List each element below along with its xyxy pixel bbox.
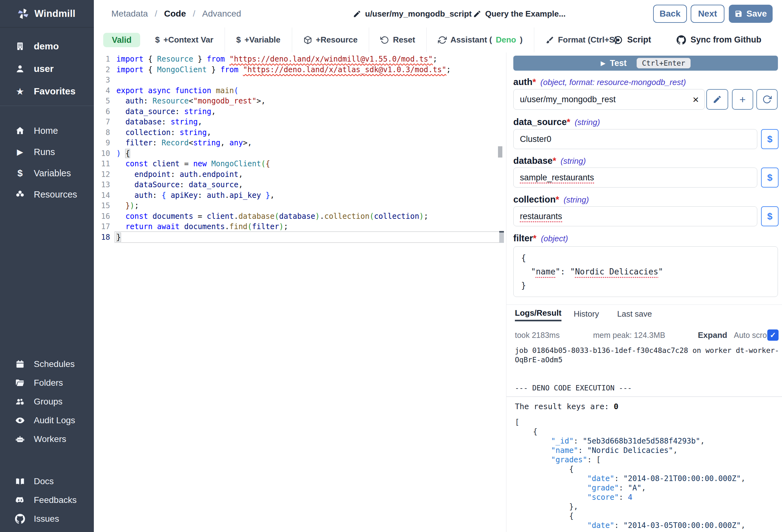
github-icon	[677, 35, 686, 45]
filter-json-line: "name": "Nordic Delicacies"	[521, 265, 770, 278]
auto-scroll-checkbox[interactable]: ✓	[767, 330, 779, 341]
run-meta-row: took 2183ms mem peak: 124.3MB Expand Aut…	[506, 329, 782, 341]
line-number: 1	[94, 54, 110, 64]
data-source-input[interactable]: Cluster0	[513, 129, 757, 149]
home-icon	[14, 125, 26, 136]
code-line: endpoint: auth.endpoint,	[116, 169, 243, 180]
test-button[interactable]: ▶ Test Ctrl+Enter	[513, 55, 778, 71]
next-button[interactable]: Next	[691, 5, 724, 23]
code-line: filter: Record<string, any>,	[116, 138, 252, 148]
code-line: data_source: string,	[116, 106, 216, 117]
sidebar-item-schedules[interactable]: Schedules	[0, 355, 94, 374]
breadcrumb-item-advanced[interactable]: Advanced	[202, 9, 241, 19]
toolbar-button-context-var[interactable]: $+Context Var	[144, 28, 224, 52]
memory-peak: mem peak: 124.3MB	[593, 329, 665, 341]
edit-resource-button[interactable]	[706, 89, 728, 110]
robot-icon	[14, 433, 26, 445]
eye-icon	[14, 415, 26, 426]
toolbar-right-label: Sync from Github	[690, 35, 761, 45]
line-number: 6	[94, 106, 110, 117]
play-icon: ▶	[601, 60, 605, 67]
sidebar-item-label: Issues	[34, 514, 59, 524]
insert-variable-button[interactable]: $	[761, 129, 779, 149]
sidebar-item-favorites[interactable]: ★Favorites	[0, 80, 94, 103]
toolbar-script-button[interactable]: Script	[611, 35, 653, 45]
toolbar-button-assistant[interactable]: Assistant (Deno)	[427, 28, 534, 52]
sidebar-item-label: user	[34, 64, 54, 74]
collection-input[interactable]: restaurants	[513, 206, 757, 226]
toolbar-button-label: +Resource	[316, 35, 358, 45]
toolbar-right-label: Script	[627, 35, 651, 45]
tab-history[interactable]: History	[574, 306, 599, 321]
sidebar-item-feedbacks[interactable]: Feedbacks	[0, 491, 94, 509]
result-json-line: "score": 4	[515, 493, 780, 502]
breadcrumb-item-code[interactable]: Code	[164, 9, 186, 19]
field-row-data-source: Cluster0 $	[513, 129, 778, 149]
tab-logs-result[interactable]: Logs/Result	[515, 306, 562, 321]
line-number: 18	[94, 232, 110, 242]
back-button[interactable]: Back	[653, 5, 687, 23]
result-json: [ { "_id": "5eb3d668b31de5d588f4293b", "…	[515, 418, 780, 530]
code-line: auth: { apiKey: auth.api_key },	[116, 190, 275, 201]
breadcrumb-separator: /	[155, 9, 157, 19]
script-summary-text: Query the Example...	[485, 9, 566, 19]
line-number: 7	[94, 117, 110, 127]
breadcrumb-item-metadata[interactable]: Metadata	[111, 9, 148, 19]
sidebar-item-folders[interactable]: Folders	[0, 374, 94, 392]
sidebar-divider	[0, 106, 94, 106]
auth-resource-input[interactable]: u/user/my_mongodb_rest ×	[513, 89, 705, 110]
test-label: Test	[610, 59, 627, 68]
refresh-resource-button[interactable]	[756, 89, 778, 110]
sidebar-item-runs[interactable]: ▶Runs	[0, 141, 94, 162]
sidebar-item-resources[interactable]: Resources	[0, 184, 94, 205]
toolbar-button-reset[interactable]: Reset	[369, 28, 426, 52]
script-path[interactable]: u/user/my_mongodb_script	[353, 0, 472, 28]
sidebar-item-demo[interactable]: demo	[0, 35, 94, 58]
groups-icon	[14, 396, 26, 407]
add-resource-button[interactable]: +	[732, 89, 753, 110]
sidebar-item-home[interactable]: Home	[0, 120, 94, 141]
filter-json-line: {	[521, 251, 770, 265]
refresh-icon	[762, 95, 772, 104]
editor-scrollbar-thumb[interactable]	[498, 146, 502, 157]
field-label-collection: collection* (string)	[513, 194, 589, 205]
code-line: export async function main(	[116, 85, 238, 96]
line-number: 12	[94, 169, 110, 180]
save-button[interactable]: Save	[729, 5, 773, 23]
sidebar-item-user[interactable]: user	[0, 58, 94, 80]
required-marker: *	[553, 156, 556, 166]
result-json-line: {	[515, 427, 780, 436]
insert-variable-button[interactable]: $	[761, 167, 779, 188]
reset-icon	[380, 36, 389, 44]
script-summary[interactable]: Query the Example...	[473, 0, 566, 28]
filter-json-editor[interactable]: { "name": "Nordic Delicacies"}	[513, 246, 778, 297]
app-name: Windmill	[34, 8, 75, 20]
sidebar-item-groups[interactable]: Groups	[0, 392, 94, 411]
toolbar-button-resource[interactable]: +Resource	[292, 28, 369, 52]
app-logo[interactable]: Windmill	[0, 0, 94, 28]
sidebar-item-issues[interactable]: Issues	[0, 509, 94, 528]
sidebar-item-label: Runs	[34, 147, 55, 157]
panel-divider	[506, 304, 782, 305]
breadcrumb: Metadata/Code/Advanced	[111, 0, 241, 28]
sidebar-item-label: Feedbacks	[34, 495, 77, 505]
github-icon	[14, 513, 26, 525]
sidebar-item-docs[interactable]: Docs	[0, 472, 94, 491]
result-json-line: "_id": "5eb3d668b31de5d588f4293b",	[515, 436, 780, 446]
sidebar-item-variables[interactable]: $Variables	[0, 162, 94, 184]
database-input[interactable]: sample_restaurants	[513, 167, 757, 188]
toolbar-button-label: )	[520, 35, 523, 45]
clear-icon[interactable]: ×	[692, 94, 699, 105]
code-editor[interactable]: 123456789101112131415161718 import { Res…	[94, 52, 506, 532]
expand-button[interactable]: Expand	[698, 329, 727, 341]
toolbar-button-variable[interactable]: $+Variable	[225, 28, 291, 52]
sidebar-item-audit-logs[interactable]: Audit Logs	[0, 411, 94, 430]
line-number: 16	[94, 211, 110, 222]
tab-last-save[interactable]: Last save	[617, 306, 652, 321]
toolbar-sync-from-github-button[interactable]: Sync from Github	[675, 35, 763, 45]
sidebar-item-workers[interactable]: Workers	[0, 430, 94, 449]
refresh-icon	[438, 36, 447, 44]
insert-variable-button[interactable]: $	[761, 206, 779, 226]
auth-resource-value: u/user/my_mongodb_rest	[520, 95, 615, 104]
line-number: 2	[94, 64, 110, 75]
